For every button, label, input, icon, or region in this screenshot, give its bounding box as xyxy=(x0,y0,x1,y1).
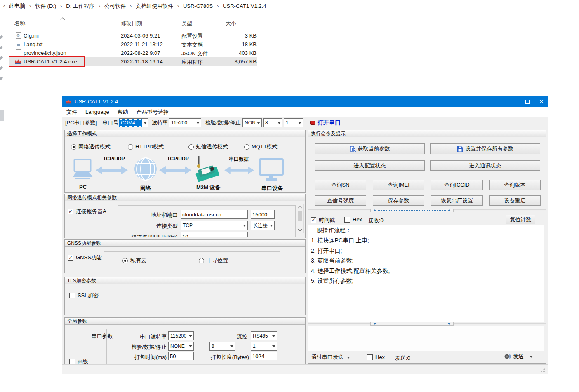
serial-baud-select[interactable]: 115200 xyxy=(168,331,194,340)
query-version-button[interactable]: 查询版本 xyxy=(489,180,541,190)
chevron-right-icon: › xyxy=(175,3,181,9)
breadcrumb-item[interactable]: USR-CAT1 V1.2.4 xyxy=(223,3,266,9)
mode-radio-sms[interactable]: 短信透传模式 xyxy=(188,143,228,150)
baud-select[interactable]: 115200 xyxy=(169,118,201,127)
private-cloud-radio[interactable]: 私有云 xyxy=(122,257,146,264)
factory-reset-button[interactable]: 恢复出厂设置 xyxy=(431,195,483,206)
breadcrumb-item[interactable]: 此电脑 xyxy=(9,2,25,10)
splitter-handle[interactable] xyxy=(370,322,454,326)
save-params-button[interactable]: 保存参数 xyxy=(373,195,424,206)
scroll-down-icon[interactable] xyxy=(297,227,303,233)
column-divider[interactable] xyxy=(179,19,179,28)
column-header-date[interactable]: 修改日期 xyxy=(121,20,142,27)
collapse-down-icon[interactable] xyxy=(447,323,451,325)
ssl-checkbox[interactable]: SSL加密 xyxy=(69,292,99,299)
enter-comm-button[interactable]: 进入通讯状态 xyxy=(430,160,540,171)
maximize-button[interactable] xyxy=(520,96,534,107)
flow-control-select[interactable]: RS485 xyxy=(251,331,277,340)
receive-log[interactable]: 一般操作流程： 1. 模块连PC串口,上电; 2. 打开串口; 3. 获取当前参… xyxy=(308,225,544,322)
server-address-input[interactable] xyxy=(181,210,248,219)
breadcrumb-item[interactable]: D: 工作程序 xyxy=(66,2,94,10)
radio-selected-icon xyxy=(122,258,128,263)
server-a-checkbox[interactable]: ✓ 连接服务器A xyxy=(68,208,106,215)
device-restart-button[interactable]: 设备重启 xyxy=(489,195,541,206)
nav-back-chevron[interactable]: ‹ xyxy=(1,3,7,9)
log-line: 3. 获取当前参数; xyxy=(311,257,353,265)
reset-count-button[interactable]: 复位计数 xyxy=(506,215,535,224)
short-timeout-input[interactable] xyxy=(181,232,248,237)
pack-time-input[interactable] xyxy=(168,352,194,360)
serial-stopbits-select[interactable]: 1 xyxy=(251,342,277,351)
receive-hex-checkbox[interactable]: Hex xyxy=(344,216,362,223)
close-button[interactable]: ✕ xyxy=(534,96,548,107)
column-header-name[interactable]: 名称 xyxy=(14,20,25,27)
menu-product-select[interactable]: 产品型号选择 xyxy=(132,108,173,116)
table-row[interactable]: ⚙ Cfg.ini 2024-03-06 9:21 配置设置 3 KB xyxy=(9,31,257,40)
radio-icon xyxy=(199,258,204,263)
send-via-dropdown[interactable]: 通过串口发送 xyxy=(311,354,350,361)
menu-help[interactable]: 帮助 xyxy=(113,108,132,116)
checkbox-icon xyxy=(344,217,350,223)
conn-mode-select[interactable]: 长连接 xyxy=(251,221,275,230)
send-input-area[interactable] xyxy=(308,326,544,351)
splitter-handle[interactable] xyxy=(370,209,454,212)
stopbits-select[interactable]: 1 xyxy=(284,118,303,127)
qianxun-radio[interactable]: 千寻位置 xyxy=(199,257,228,264)
timestamp-checkbox[interactable]: ✓ 时间戳 xyxy=(311,216,335,224)
breadcrumb-item[interactable]: USR-G780S xyxy=(183,3,213,9)
serial-databits-select[interactable]: 8 xyxy=(209,342,235,351)
serial-parity-select[interactable]: NONE xyxy=(168,342,194,351)
parity-data-stop-label: 检验/数据/停止 xyxy=(205,117,240,129)
server-port-input[interactable] xyxy=(251,210,275,219)
databits-select[interactable]: 8 xyxy=(263,118,282,127)
query-iccid-button[interactable]: 查询ICCID xyxy=(431,180,483,190)
column-header-type[interactable]: 类型 xyxy=(181,20,192,27)
mode-radio-net[interactable]: 网络透传模式 xyxy=(71,143,111,150)
collapse-down-icon[interactable] xyxy=(373,323,377,325)
send-button[interactable]: 发送 xyxy=(504,353,533,360)
pin-icon xyxy=(0,46,3,50)
open-serial-button[interactable]: 打开串口 xyxy=(310,117,345,128)
column-header-size[interactable]: 大小 xyxy=(206,20,236,27)
send-hex-checkbox[interactable]: Hex xyxy=(367,354,385,360)
checkbox-icon xyxy=(69,293,75,298)
window-title: USR-CAT1 V1.2.4 xyxy=(75,99,118,105)
com-port-select[interactable]: COM4 xyxy=(119,118,148,127)
breadcrumb-item[interactable]: 软件 (D:) xyxy=(35,2,56,10)
scrollbar-thumb[interactable] xyxy=(298,211,302,221)
mode-radio-httpd[interactable]: HTTPD模式 xyxy=(128,143,164,150)
pack-length-input[interactable] xyxy=(251,352,277,360)
window-titlebar[interactable]: USR-CAT1 V1.2.4 — ✕ xyxy=(62,96,548,107)
get-params-button[interactable]: 获取当前参数 xyxy=(315,143,425,154)
scrollbar-fragment[interactable] xyxy=(0,110,4,121)
menu-language[interactable]: Language xyxy=(81,109,113,115)
radio-selected-icon xyxy=(71,144,76,150)
menu-file[interactable]: 文件 xyxy=(62,108,81,116)
node-label: PC xyxy=(79,184,87,190)
breadcrumb-item[interactable]: 文档组使用软件 xyxy=(136,2,173,10)
log-line: 2. 打开串口; xyxy=(311,247,342,255)
pin-icon xyxy=(0,66,3,70)
column-divider[interactable] xyxy=(117,19,117,28)
query-signal-button[interactable]: 查信号强度 xyxy=(315,195,366,206)
breadcrumb-item[interactable]: 公司软件 xyxy=(104,2,126,10)
parity-select[interactable]: NONI xyxy=(242,118,262,127)
column-divider[interactable] xyxy=(225,19,225,28)
net-params-scrollbar[interactable] xyxy=(297,204,304,233)
query-imei-button[interactable]: 查询IMEI xyxy=(373,180,424,190)
collapse-up-icon[interactable] xyxy=(373,209,377,211)
set-save-all-button[interactable]: 设置并保存所有参数 xyxy=(430,143,540,154)
conn-type-select[interactable]: TCP xyxy=(181,221,248,230)
column-divider[interactable] xyxy=(259,19,259,28)
collapse-up-icon[interactable] xyxy=(447,209,451,211)
resize-grip[interactable] xyxy=(541,367,546,372)
query-sn-button[interactable]: 查询SN xyxy=(315,180,366,190)
file-name: Cfg.ini xyxy=(24,33,39,39)
minimize-button[interactable]: — xyxy=(506,96,520,107)
enter-config-button[interactable]: 进入配置状态 xyxy=(315,160,425,171)
gnss-mode-group: 私有云 千寻位置 xyxy=(104,251,280,268)
table-row[interactable]: Lang.txt 2022-11-21 13:12 文本文档 18 KB xyxy=(9,40,257,49)
gnss-enable-checkbox[interactable]: ✓ GNSS功能 xyxy=(68,254,102,261)
mode-radio-mqtt[interactable]: MQTT模式 xyxy=(244,143,278,150)
scroll-up-icon[interactable] xyxy=(297,204,303,210)
